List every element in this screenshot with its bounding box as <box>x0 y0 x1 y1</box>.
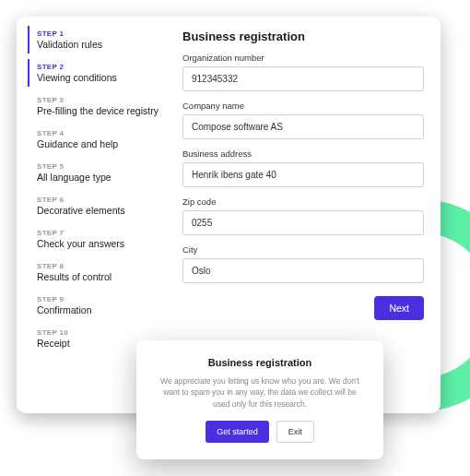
step-title: Results of control <box>37 271 173 282</box>
step-label: STEP 5 <box>37 162 173 171</box>
step-label: STEP 10 <box>37 328 173 337</box>
field-input-2[interactable] <box>182 162 424 187</box>
step-title: Guidance and help <box>37 138 173 149</box>
step-title: Validation rules <box>37 39 173 50</box>
field-input-1[interactable] <box>182 114 424 139</box>
step-label: STEP 6 <box>37 196 173 204</box>
step-6[interactable]: STEP 6Decorative elements <box>28 192 173 220</box>
form-fields: Organization numberCompany nameBusiness … <box>182 53 424 283</box>
get-started-button[interactable]: Get started <box>206 421 269 443</box>
step-title: Check your answers <box>37 238 173 249</box>
step-label: STEP 9 <box>37 295 173 303</box>
step-7[interactable]: STEP 7Check your answers <box>28 225 173 253</box>
step-4[interactable]: STEP 4Guidance and help <box>28 125 173 153</box>
step-title: All language type <box>37 172 173 183</box>
field-0: Organization number <box>182 53 424 91</box>
modal-title: Business registration <box>155 357 365 368</box>
step-label: STEP 8 <box>37 262 173 270</box>
step-label: STEP 2 <box>37 63 173 71</box>
step-title: Confirmation <box>37 304 173 315</box>
field-input-0[interactable] <box>182 66 424 91</box>
step-title: Decorative elements <box>37 205 173 216</box>
step-9[interactable]: STEP 9Confirmation <box>28 292 173 319</box>
exit-button[interactable]: Exit <box>276 421 314 443</box>
step-label: STEP 4 <box>37 129 173 137</box>
step-label: STEP 3 <box>37 96 173 104</box>
field-label: City <box>182 244 424 255</box>
field-input-4[interactable] <box>182 258 424 283</box>
field-label: Company name <box>182 101 424 111</box>
field-input-3[interactable] <box>182 210 424 235</box>
field-label: Organization number <box>182 53 424 63</box>
step-8[interactable]: STEP 8Results of control <box>28 258 173 286</box>
step-2[interactable]: STEP 2Viewing conditions <box>28 59 173 87</box>
welcome-modal: Business registration We appreciate you … <box>136 340 383 459</box>
field-4: City <box>182 244 424 283</box>
page-title: Business registration <box>182 30 424 43</box>
field-label: Business address <box>182 149 424 159</box>
modal-buttons: Get started Exit <box>155 421 365 443</box>
step-1[interactable]: STEP 1Validation rules <box>28 26 173 54</box>
field-2: Business address <box>182 149 424 187</box>
modal-text: We appreciate you letting us know who yo… <box>155 375 365 410</box>
next-button[interactable]: Next <box>374 296 424 320</box>
step-3[interactable]: STEP 3Pre-filling the device registry <box>28 92 173 120</box>
field-label: Zip code <box>182 196 424 207</box>
field-3: Zip code <box>182 196 424 235</box>
step-label: STEP 7 <box>37 229 173 237</box>
step-title: Pre-filling the device registry <box>37 105 173 116</box>
field-1: Company name <box>182 101 424 139</box>
step-5[interactable]: STEP 5All language type <box>28 159 173 186</box>
step-label: STEP 1 <box>37 30 173 38</box>
step-title: Viewing conditions <box>37 72 173 83</box>
